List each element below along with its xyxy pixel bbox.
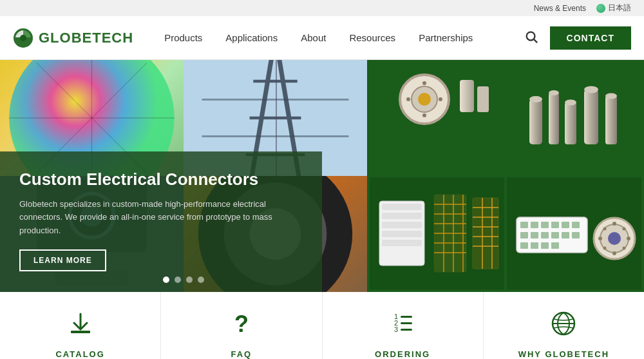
product-image-4: [510, 182, 639, 285]
news-events-link[interactable]: News & Events: [534, 4, 586, 13]
svg-rect-71: [541, 222, 549, 228]
svg-point-30: [406, 97, 410, 101]
globe-icon: [596, 4, 605, 13]
svg-rect-48: [382, 231, 422, 237]
question-icon: ?: [228, 310, 255, 337]
contact-button[interactable]: CONTACT: [550, 26, 631, 50]
svg-rect-84: [551, 242, 559, 249]
svg-rect-40: [584, 90, 598, 144]
learn-more-button[interactable]: LEARN MORE: [19, 249, 106, 271]
svg-point-29: [422, 113, 426, 117]
svg-rect-45: [382, 204, 422, 210]
faq-label: FAQ: [231, 349, 252, 359]
logo-icon: [13, 28, 33, 48]
svg-rect-74: [572, 222, 580, 228]
faq-link[interactable]: ? FAQ: [161, 292, 322, 359]
catalog-link[interactable]: CATALOG: [0, 292, 161, 359]
svg-rect-73: [562, 222, 569, 228]
svg-rect-42: [605, 96, 617, 144]
ordering-link[interactable]: 1 2 3 ORDERING: [323, 292, 484, 359]
hero-title: Custom Electrical Connectors: [19, 170, 303, 189]
japanese-label: 日本語: [608, 3, 631, 14]
dot-2[interactable]: [175, 277, 181, 283]
product-cell-2: [507, 63, 641, 175]
svg-point-88: [612, 222, 616, 226]
svg-point-89: [612, 251, 616, 255]
svg-rect-103: [401, 322, 412, 324]
ordering-icon: 1 2 3: [389, 310, 416, 343]
dot-4[interactable]: [198, 277, 204, 283]
svg-rect-60: [473, 198, 498, 269]
svg-point-1: [20, 35, 26, 41]
product-cell-3: [370, 177, 504, 289]
svg-point-93: [622, 228, 625, 231]
svg-point-39: [565, 100, 576, 106]
hero-products-panel: [367, 60, 644, 292]
svg-point-28: [422, 81, 426, 85]
svg-rect-38: [565, 102, 576, 144]
svg-point-90: [598, 237, 602, 240]
svg-rect-82: [531, 242, 538, 249]
svg-point-95: [622, 247, 625, 250]
download-icon: [67, 310, 94, 337]
product-cell-4: [507, 177, 641, 289]
svg-rect-49: [382, 240, 422, 246]
hero-collage: Custom Electrical Connectors Globetech s…: [0, 60, 367, 292]
svg-rect-81: [520, 242, 528, 249]
why-globetech-link[interactable]: WHY GLOBETECH: [484, 292, 644, 359]
svg-rect-77: [541, 232, 549, 238]
svg-point-37: [549, 90, 559, 95]
svg-rect-79: [562, 232, 569, 238]
search-button[interactable]: [522, 27, 541, 48]
svg-rect-72: [551, 222, 559, 228]
list-icon: 1 2 3: [389, 310, 416, 337]
search-icon: [524, 30, 538, 44]
svg-rect-36: [549, 93, 559, 144]
nav-partnerships[interactable]: Partnerships: [407, 16, 484, 60]
header: GLOBETECH Products Applications About Re…: [0, 16, 644, 60]
logo-text: GLOBETECH: [39, 30, 133, 46]
svg-text:?: ?: [234, 311, 249, 337]
nav-products[interactable]: Products: [153, 16, 214, 60]
why-globetech-label: WHY GLOBETECH: [518, 349, 609, 359]
svg-point-87: [608, 232, 621, 245]
faq-icon: ?: [228, 310, 255, 343]
quick-links-section: CATALOG ? FAQ 1 2 3 ORDERING: [0, 292, 644, 359]
svg-point-35: [529, 96, 542, 102]
catalog-icon: [67, 310, 94, 343]
svg-rect-83: [541, 242, 549, 249]
hero-section: Custom Electrical Connectors Globetech s…: [0, 60, 644, 292]
svg-point-43: [605, 93, 617, 99]
main-nav: Products Applications About Resources Pa…: [153, 16, 521, 60]
svg-text:3: 3: [394, 325, 398, 333]
top-bar: News & Events 日本語: [0, 0, 644, 16]
dot-1[interactable]: [163, 277, 169, 283]
nav-applications[interactable]: Applications: [214, 16, 289, 60]
dot-3[interactable]: [186, 277, 193, 283]
ordering-label: ORDERING: [375, 349, 430, 359]
nav-resources[interactable]: Resources: [337, 16, 407, 60]
product-image-2: [516, 67, 632, 170]
svg-rect-34: [529, 99, 542, 144]
svg-rect-80: [572, 232, 580, 238]
product-cell-1: [370, 63, 504, 175]
hero-description: Globetech specializes in custom-made hig…: [19, 198, 303, 238]
svg-point-94: [603, 247, 606, 250]
svg-line-3: [534, 39, 537, 43]
svg-rect-76: [531, 232, 538, 238]
why-icon: [550, 310, 577, 343]
nav-about[interactable]: About: [289, 16, 337, 60]
svg-point-31: [439, 97, 442, 101]
header-actions: CONTACT: [522, 26, 631, 50]
svg-rect-69: [520, 222, 528, 228]
svg-rect-32: [460, 80, 474, 112]
logo[interactable]: GLOBETECH: [13, 28, 133, 48]
product-image-1: [379, 67, 495, 170]
language-switcher[interactable]: 日本語: [596, 3, 631, 14]
product-image-3: [373, 182, 502, 285]
svg-rect-104: [401, 329, 412, 331]
svg-rect-47: [382, 222, 422, 228]
svg-point-27: [418, 93, 431, 106]
globe-brand-icon: [550, 310, 577, 337]
svg-rect-75: [520, 232, 528, 238]
